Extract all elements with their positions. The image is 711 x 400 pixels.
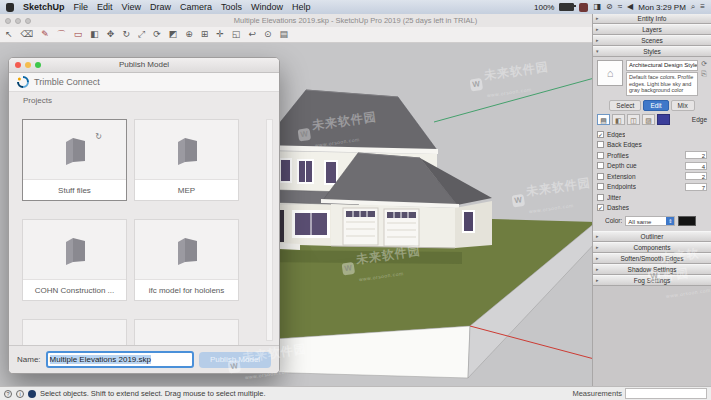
endpoints-value-input[interactable]: 7 bbox=[685, 183, 707, 191]
edge-color-dropdown[interactable]: All same ⇕ bbox=[625, 216, 675, 226]
edge-color-swatch[interactable] bbox=[678, 216, 696, 226]
style-update-icon[interactable]: ⟳ bbox=[701, 60, 707, 67]
menu-help[interactable]: Help bbox=[292, 0, 311, 14]
window-close-button[interactable] bbox=[5, 18, 11, 24]
back-edges-checkbox[interactable] bbox=[597, 141, 604, 148]
menubar-app-icon[interactable] bbox=[579, 3, 588, 12]
zoom-window-tool-icon[interactable]: ⊞ bbox=[201, 27, 209, 42]
menu-edit[interactable]: Edit bbox=[97, 0, 113, 14]
extension-checkbox[interactable] bbox=[597, 173, 604, 180]
status-message: Select objects. Shift to extend select. … bbox=[40, 389, 266, 398]
tab-select[interactable]: Select bbox=[609, 100, 641, 111]
dialog-minimize-button[interactable] bbox=[25, 62, 31, 68]
collapse-arrow-icon: ▸ bbox=[596, 276, 599, 285]
menu-window[interactable]: Window bbox=[251, 0, 283, 14]
project-thumbnail bbox=[135, 120, 238, 179]
window-minimize-button[interactable] bbox=[15, 18, 21, 24]
modeling-settings-icon[interactable] bbox=[657, 114, 670, 125]
depth-cue-value-input[interactable]: 4 bbox=[685, 162, 707, 170]
jitter-checkbox[interactable] bbox=[597, 194, 604, 201]
tray-section-layers[interactable]: ▸Layers bbox=[593, 24, 711, 35]
tab-mix[interactable]: Mix bbox=[671, 100, 695, 111]
orbit-tool-icon[interactable]: ⟳ bbox=[153, 27, 161, 42]
project-tile-mep[interactable]: MEP bbox=[134, 119, 239, 201]
dashes-checkbox[interactable]: ✓ bbox=[597, 204, 604, 211]
tray-empty-area bbox=[593, 286, 711, 400]
spotlight-icon[interactable]: ⌕ bbox=[691, 0, 695, 14]
profiles-checkbox[interactable] bbox=[597, 152, 604, 159]
menu-file[interactable]: File bbox=[74, 0, 89, 14]
pan-tool-icon[interactable]: ✛ bbox=[216, 27, 224, 42]
volume-icon[interactable]: ◀ bbox=[627, 0, 633, 14]
window-zoom-button[interactable] bbox=[25, 18, 31, 24]
menu-view[interactable]: View bbox=[122, 0, 141, 14]
apple-menu-icon[interactable] bbox=[6, 3, 14, 12]
dialog-zoom-button[interactable] bbox=[35, 62, 41, 68]
tab-edit[interactable]: Edit bbox=[643, 100, 668, 111]
menu-draw[interactable]: Draw bbox=[150, 0, 171, 14]
section-tool-icon[interactable]: ▤ bbox=[279, 27, 288, 42]
tray-section-entity-info[interactable]: ▸Entity Info bbox=[593, 13, 711, 24]
menu-sketchup[interactable]: SketchUp bbox=[23, 0, 65, 14]
display-icon[interactable]: ◨ bbox=[593, 0, 601, 14]
dialog-scrollbar[interactable] bbox=[266, 119, 273, 341]
geolocation-icon[interactable] bbox=[28, 390, 36, 398]
control-center-icon[interactable]: ≡ bbox=[700, 0, 705, 14]
profiles-value-input[interactable]: 2 bbox=[685, 151, 707, 159]
tray-section-shadow-settings[interactable]: ▸Shadow Settings bbox=[593, 264, 711, 275]
tray-section-soften-smooth[interactable]: ▸Soften/Smooth Edges bbox=[593, 253, 711, 264]
eraser-tool-icon[interactable]: ⌫ bbox=[21, 27, 34, 42]
menu-clock[interactable]: Mon 3:29 PM bbox=[638, 3, 686, 12]
tray-section-components[interactable]: ▸Components bbox=[593, 242, 711, 253]
rectangle-tool-icon[interactable]: ▭ bbox=[74, 27, 83, 42]
edge-settings-icon[interactable]: ▤ bbox=[597, 114, 610, 125]
do-not-disturb-icon[interactable]: ⊘ bbox=[606, 0, 613, 14]
tray-section-outliner[interactable]: ▸Outliner bbox=[593, 231, 711, 242]
dialog-close-button[interactable] bbox=[15, 62, 21, 68]
paint-tool-icon[interactable]: ◩ bbox=[169, 27, 178, 42]
previous-view-tool-icon[interactable]: ↩ bbox=[248, 27, 256, 42]
wifi-icon[interactable]: ≈ bbox=[618, 0, 622, 14]
model-name-input[interactable]: Multiple Elevations 2019.skp bbox=[46, 351, 194, 368]
depth-cue-checkbox[interactable] bbox=[597, 162, 604, 169]
style-thumbnail[interactable]: ⌂ bbox=[597, 60, 623, 86]
help-icon[interactable]: ? bbox=[4, 390, 12, 398]
endpoints-checkbox[interactable] bbox=[597, 183, 604, 190]
background-settings-icon[interactable]: ◫ bbox=[627, 114, 640, 125]
select-tool-icon[interactable]: ↖ bbox=[5, 27, 13, 42]
project-tile-ifc[interactable]: ifc model for hololens bbox=[134, 219, 239, 301]
tray-section-fog-settings[interactable]: ▸Fog Settings bbox=[593, 275, 711, 286]
project-box-icon bbox=[174, 135, 200, 165]
style-name-input[interactable]: Architectural Design Style bbox=[626, 60, 698, 71]
row-jitter: Jitter bbox=[597, 193, 707, 201]
collapse-arrow-icon: ▸ bbox=[596, 25, 599, 34]
menu-tools[interactable]: Tools bbox=[221, 0, 242, 14]
offset-tool-icon[interactable]: ⊙ bbox=[264, 27, 272, 42]
rotate-tool-icon[interactable]: ↻ bbox=[122, 27, 130, 42]
style-new-icon[interactable]: ⎘ bbox=[701, 70, 707, 77]
measurements-input[interactable] bbox=[625, 388, 707, 399]
style-description[interactable]: Default face colors. Profile edges. Ligh… bbox=[626, 72, 698, 96]
face-settings-icon[interactable]: ◧ bbox=[612, 114, 625, 125]
window-title: Multiple Elevations 2019.skp - SketchUp … bbox=[60, 14, 651, 27]
project-tile-stuff-files[interactable]: ↻ Stuff files bbox=[22, 119, 127, 201]
info-icon[interactable]: i bbox=[16, 390, 24, 398]
publish-model-button[interactable]: Publish Model bbox=[199, 352, 271, 368]
dialog-footer: Name: Multiple Elevations 2019.skp Publi… bbox=[9, 345, 279, 373]
project-tile-cohn[interactable]: COHN Construction ... bbox=[22, 219, 127, 301]
extension-value-input[interactable]: 2 bbox=[685, 172, 707, 180]
watermark-settings-icon[interactable]: ▨ bbox=[642, 114, 655, 125]
tray-section-scenes[interactable]: ▸Scenes bbox=[593, 35, 711, 46]
pushpull-tool-icon[interactable]: ◧ bbox=[90, 27, 99, 42]
project-box-icon bbox=[174, 235, 200, 265]
tray-section-styles[interactable]: ▾Styles bbox=[593, 46, 711, 57]
zoom-extents-tool-icon[interactable]: ◱ bbox=[232, 27, 241, 42]
move-tool-icon[interactable]: ✥ bbox=[107, 27, 115, 42]
scale-tool-icon[interactable]: ⤢ bbox=[138, 27, 145, 42]
menu-camera[interactable]: Camera bbox=[180, 0, 212, 14]
line-tool-icon[interactable]: ✎ bbox=[41, 27, 49, 42]
status-bar: ? i Select objects. Shift to extend sele… bbox=[0, 386, 711, 400]
edges-checkbox[interactable]: ✓ bbox=[597, 131, 604, 138]
arc-tool-icon[interactable]: ⌒ bbox=[57, 27, 66, 42]
zoom-tool-icon[interactable]: ⊕ bbox=[185, 27, 193, 42]
